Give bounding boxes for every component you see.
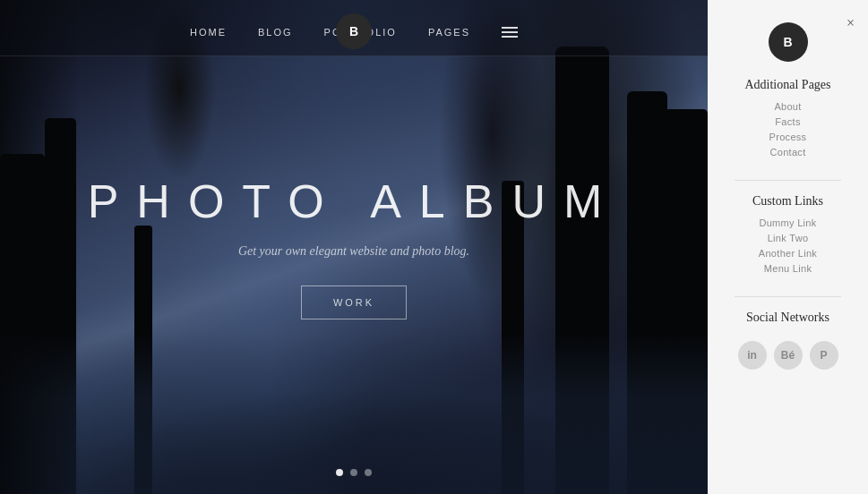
hamburger-line-3 <box>502 36 518 38</box>
linkedin-icon[interactable]: in <box>738 341 767 370</box>
hero-title: PHOTO ALBUM <box>85 175 623 228</box>
hamburger-menu[interactable] <box>502 27 518 38</box>
hero-cta-button[interactable]: WORK <box>301 285 407 319</box>
link-about[interactable]: About <box>774 101 801 112</box>
additional-pages-links: About Facts Process Contact <box>721 101 855 158</box>
behance-icon[interactable]: Bé <box>774 341 803 370</box>
section-title-additional-pages: Additional Pages <box>744 78 830 92</box>
nav-blog[interactable]: BLOG <box>258 27 293 38</box>
divider-1 <box>735 180 841 181</box>
hamburger-line-1 <box>502 27 518 29</box>
link-facts[interactable]: Facts <box>775 116 800 127</box>
dot-2[interactable] <box>350 469 357 476</box>
dot-3[interactable] <box>365 469 372 476</box>
link-another[interactable]: Another Link <box>759 248 817 259</box>
link-process[interactable]: Process <box>769 132 807 142</box>
top-navigation: B HOME BLOG PORTFOLIO PAGES <box>0 0 708 56</box>
section-title-custom-links: Custom Links <box>752 194 823 209</box>
hero-content: PHOTO ALBUM Get your own elegant website… <box>85 175 623 319</box>
hero-subtitle: Get your own elegant website and photo b… <box>85 244 623 259</box>
link-menu[interactable]: Menu Link <box>764 263 812 274</box>
sidebar-logo[interactable]: B <box>769 22 808 62</box>
nav-logo[interactable]: B <box>336 13 372 49</box>
slide-dots <box>336 469 372 476</box>
link-contact[interactable]: Contact <box>769 147 805 158</box>
section-title-social-networks: Social Networks <box>746 311 829 325</box>
custom-links: Dummy Link Link Two Another Link Menu Li… <box>721 217 855 274</box>
close-button[interactable]: × <box>847 16 855 30</box>
nav-home[interactable]: HOME <box>190 27 227 38</box>
sidebar-panel: × B Additional Pages About Facts Process… <box>708 0 868 494</box>
website-preview: B HOME BLOG PORTFOLIO PAGES PHOTO ALBUM … <box>0 0 708 494</box>
social-icons-container: in Bé P <box>738 341 838 370</box>
pinterest-icon[interactable]: P <box>810 341 838 370</box>
dot-1[interactable] <box>336 469 343 476</box>
link-two[interactable]: Link Two <box>768 233 809 243</box>
left-vignette <box>0 0 81 494</box>
hamburger-line-2 <box>502 31 518 33</box>
nav-pages[interactable]: PAGES <box>428 27 470 38</box>
divider-2 <box>735 296 841 297</box>
link-dummy[interactable]: Dummy Link <box>759 217 816 228</box>
